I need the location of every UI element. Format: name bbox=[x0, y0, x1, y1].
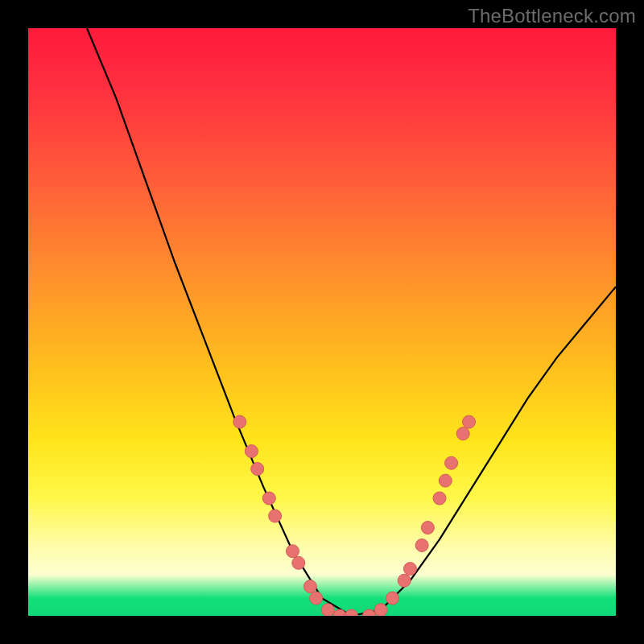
data-marker bbox=[398, 574, 411, 587]
chart-svg bbox=[28, 28, 616, 616]
marker-group bbox=[233, 415, 476, 616]
plot-area bbox=[28, 28, 616, 616]
bottleneck-curve-path bbox=[87, 28, 616, 616]
data-marker bbox=[292, 556, 305, 569]
data-marker bbox=[287, 545, 299, 558]
data-marker bbox=[233, 415, 246, 428]
data-marker bbox=[362, 609, 375, 616]
data-marker bbox=[310, 592, 323, 605]
data-marker bbox=[404, 563, 417, 576]
data-marker bbox=[262, 492, 275, 505]
data-marker bbox=[333, 609, 346, 616]
data-marker bbox=[445, 456, 458, 469]
data-marker bbox=[386, 592, 399, 605]
data-marker bbox=[245, 445, 258, 458]
data-marker bbox=[439, 474, 452, 487]
watermark-text: TheBottleneck.com bbox=[468, 5, 636, 27]
data-marker bbox=[433, 492, 446, 505]
data-marker bbox=[374, 604, 387, 616]
data-marker bbox=[321, 604, 334, 616]
chart-frame: TheBottleneck.com bbox=[0, 0, 644, 644]
data-marker bbox=[303, 580, 316, 593]
data-marker bbox=[456, 427, 469, 440]
data-marker bbox=[415, 539, 428, 551]
data-marker bbox=[345, 609, 358, 616]
data-marker bbox=[421, 522, 434, 535]
data-marker bbox=[269, 510, 282, 522]
data-marker bbox=[251, 463, 264, 476]
data-marker bbox=[463, 415, 476, 428]
